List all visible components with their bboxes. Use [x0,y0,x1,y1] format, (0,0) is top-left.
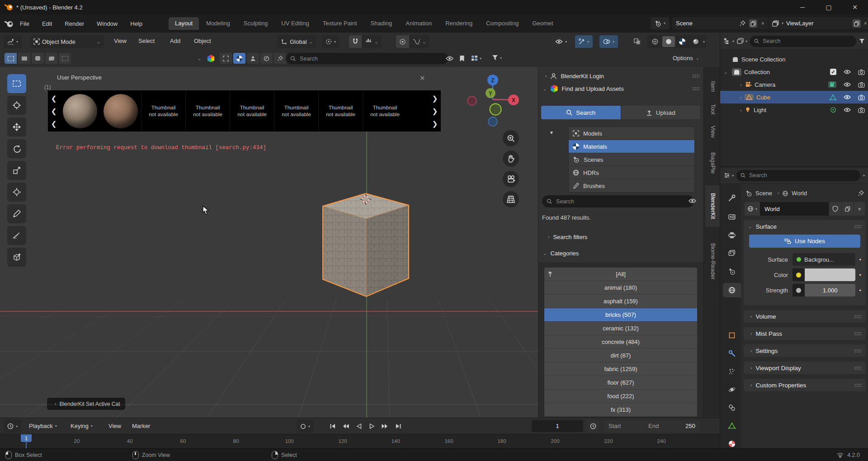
outliner-scene-collection[interactable]: Scene Collection [720,53,868,66]
new-world-copy-button[interactable] [841,202,854,216]
pin-icon[interactable] [858,190,864,196]
tab-output[interactable] [723,228,741,242]
category-row[interactable]: ceramic (132) [544,322,697,335]
keying-menu[interactable]: Keying▾ [71,423,93,429]
thumbnail-placeholder[interactable]: Thumbnail not available [363,90,407,132]
pin-icon[interactable] [740,20,745,26]
asset-pin-toggle[interactable] [274,53,286,64]
category-row[interactable]: concrete (484) [544,335,697,349]
my-assets-toggle[interactable] [247,53,259,64]
remove-viewlayer-icon[interactable]: × [863,20,867,27]
snap-toggle[interactable] [349,35,362,48]
tab-view-layer[interactable] [723,246,741,260]
scene-name[interactable]: Scene [676,20,740,27]
tool-annotate[interactable] [7,204,26,223]
category-row[interactable]: fabric (1259) [544,362,697,376]
play-reverse-button[interactable] [353,420,365,432]
use-nodes-button[interactable]: Use Nodes [749,235,860,248]
select-mode-box[interactable] [18,53,30,64]
snap-settings[interactable]: ⌄ [362,38,382,45]
disable-render-icon[interactable] [858,69,865,75]
select-mode-lasso[interactable] [45,53,57,64]
unlink-scene-icon[interactable]: × [761,20,764,27]
orthographic-toggle-button[interactable] [503,191,519,207]
cube-object[interactable] [318,190,414,298]
show-overlays-toggle[interactable]: ▾ [599,35,618,48]
animate-dot-icon[interactable]: • [859,287,861,294]
menu-help[interactable]: Help [124,20,149,27]
auto-keying-button[interactable]: ▾ [297,420,314,433]
tab-modifiers[interactable] [723,346,741,361]
current-frame-field[interactable]: 1 [532,420,583,432]
collection-checkbox[interactable]: ✓ [830,69,836,75]
tab-object[interactable] [723,328,741,343]
menu-view[interactable]: View [108,38,133,44]
tool-scale[interactable] [7,161,26,180]
category-row[interactable]: dirt (87) [544,349,697,362]
animate-dot-icon[interactable]: • [859,256,861,263]
hide-eye-icon[interactable] [844,82,851,87]
category-row[interactable]: floor (627) [544,376,697,390]
workspace-tab-shading[interactable]: Shading [364,17,399,30]
sidebar-tab-biome-reader[interactable]: Biome-Reader [705,235,720,287]
thumbnail-placeholder[interactable]: Thumbnail not available [318,90,363,132]
select-mode-tweak[interactable] [5,53,17,64]
outliner-item-cube[interactable]: ⌄ Cube [720,91,868,103]
hide-eye-icon[interactable] [844,69,851,75]
sidebar-tab-blenderkit[interactable]: BlenderKit [705,185,720,227]
camera-view-button[interactable] [503,171,519,187]
tab-tool[interactable] [723,191,741,205]
blenderkit-login-header[interactable]: ⌄ BlenderKit Login [538,70,704,82]
editor-type-button[interactable]: ▾ [4,35,22,48]
settings-panel[interactable]: ⌄Settings [744,344,866,357]
category-row[interactable]: asphalt (159) [544,295,697,308]
select-mode-circle[interactable] [32,53,44,64]
workspace-tab-layout[interactable]: Layout [169,17,199,30]
menu-render[interactable]: Render [58,20,90,27]
panel-grip-icon[interactable] [692,74,699,78]
panel-grip-icon[interactable] [854,225,861,229]
menu-window[interactable]: Window [90,20,124,27]
find-upload-header[interactable]: ⌄ Find and Upload Assets [538,82,704,95]
asset-type-scenes[interactable]: Scenes [569,153,694,166]
thumbnail-placeholder[interactable]: Thumbnail not available [274,90,318,132]
tab-scene[interactable] [723,264,741,278]
tab-render[interactable] [723,210,741,224]
workspace-tab-sculpting[interactable]: Sculpting [237,17,274,30]
panel-grip-icon[interactable] [854,332,861,336]
select-mode-paint[interactable] [59,53,71,64]
thumbnail-placeholder[interactable]: Thumbnail not available [230,90,274,132]
last-operator-panel[interactable]: ⌄ BlenderKit Set Active Cat [47,398,125,410]
minimize-button[interactable]: ─ [789,0,816,14]
shading-material-button[interactable] [676,36,689,47]
workspace-tab-modeling[interactable]: Modeling [200,17,236,30]
maximize-button[interactable]: ▢ [816,0,842,14]
tab-particles[interactable] [723,364,741,379]
outliner-filter-mode-selector[interactable]: ▾ [737,38,747,44]
marker-menu[interactable]: Marker [132,423,150,429]
tool-add-cube[interactable] [7,248,26,267]
search-tab-button[interactable]: Search [541,106,621,119]
timeline-editor-type-button[interactable]: ▾ [4,420,21,433]
tool-cursor[interactable] [7,96,26,115]
fake-user-shield-button[interactable] [829,202,841,216]
outliner-display-mode-selector[interactable]: ▾ [724,38,734,44]
next-keyframe-button[interactable] [379,420,391,432]
panel-grip-icon[interactable] [854,349,861,353]
tab-constraints[interactable] [723,400,741,415]
tab-object-data[interactable] [723,419,741,433]
material-thumbnail-1[interactable] [63,94,97,128]
workspace-tab-geometry-nodes[interactable]: Geomet [526,17,559,30]
close-button[interactable]: ✕ [842,0,868,14]
gizmo-neg-x[interactable] [467,96,476,105]
strength-slider[interactable]: 1.000 [805,284,855,296]
disable-render-icon[interactable] [858,94,865,100]
outliner-collection[interactable]: ⌄ Collection ✓ [720,66,868,78]
playback-menu[interactable]: Playback▾ [29,423,57,429]
menu-file[interactable]: File [14,20,36,27]
surface-shader-selector[interactable]: Backgrou... [793,253,855,266]
workspace-tab-compositing[interactable]: Compositing [480,17,525,30]
search-preview-eye-icon[interactable] [689,198,696,204]
workspace-tab-animation[interactable]: Animation [399,17,438,30]
outliner-filter-icon[interactable] [859,38,865,44]
